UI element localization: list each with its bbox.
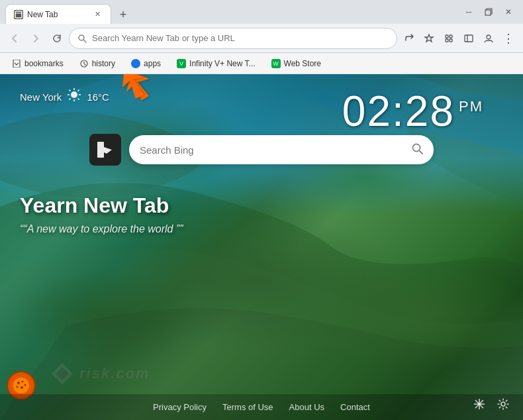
svg-line-22 xyxy=(78,99,79,100)
toolbar-icons: ⋮ xyxy=(400,29,518,48)
clock-ampm: PM xyxy=(459,98,483,115)
svg-line-27 xyxy=(419,150,422,154)
cookie-svg xyxy=(13,377,30,394)
footer: Privacy Policy Terms of Use About Us Con… xyxy=(0,394,523,420)
svg-rect-0 xyxy=(15,11,22,18)
svg-point-38 xyxy=(501,402,505,406)
bing-logo xyxy=(89,134,121,166)
bookmark-infinity[interactable]: V Infinity V+ New T... xyxy=(170,56,262,72)
bookmark-history-icon xyxy=(79,59,89,68)
svg-rect-7 xyxy=(450,35,452,38)
tab-new-tab[interactable]: New Tab ✕ xyxy=(5,4,111,24)
new-tab-button[interactable]: + xyxy=(114,5,132,24)
weather-temp: 16°C xyxy=(87,91,109,103)
main-content: New York 16°C 02:28PM xyxy=(0,74,523,420)
menu-icon[interactable]: ⋮ xyxy=(499,29,518,48)
reload-button[interactable] xyxy=(48,29,66,48)
profile-icon[interactable] xyxy=(479,29,498,48)
bookmark-webstore-icon: W xyxy=(271,59,281,68)
footer-icons xyxy=(470,395,512,413)
bookmark-apps-icon xyxy=(131,59,140,68)
close-button[interactable]: ✕ xyxy=(499,3,518,21)
svg-point-12 xyxy=(487,35,491,39)
weather-icon xyxy=(67,87,81,106)
svg-point-32 xyxy=(21,386,23,389)
risk-logo-icon xyxy=(50,362,74,386)
bookmark-history-label: history xyxy=(92,59,115,68)
clock-time: 02:28PM xyxy=(342,87,483,135)
window-controls: ─ ✕ xyxy=(459,3,518,21)
share-icon[interactable] xyxy=(400,29,418,48)
terms-of-use-link[interactable]: Terms of Use xyxy=(222,402,273,412)
address-bar[interactable] xyxy=(69,28,397,49)
weather-area: New York 16°C xyxy=(20,87,109,106)
toolbar: ⋮ xyxy=(0,24,523,53)
svg-point-28 xyxy=(13,378,29,394)
tagline-title: Yearn New Tab xyxy=(20,193,183,218)
sun-icon xyxy=(67,87,81,102)
tagline-area: Yearn New Tab A new way to explore the w… xyxy=(20,193,183,235)
sidebar-toggle-icon[interactable] xyxy=(459,29,478,48)
bookmarks-bar: bookmarks history apps V Infinity V+ New… xyxy=(0,53,523,74)
search-icon xyxy=(77,34,87,43)
svg-line-21 xyxy=(70,90,71,91)
minimize-button[interactable]: ─ xyxy=(459,3,478,21)
tab-close-btn[interactable]: ✕ xyxy=(92,9,103,20)
bookmark-star-icon[interactable] xyxy=(420,29,438,48)
settings-icon[interactable] xyxy=(494,395,512,413)
contact-link[interactable]: Contact xyxy=(340,402,370,412)
svg-rect-8 xyxy=(446,39,448,42)
extensions-icon[interactable] xyxy=(440,29,458,48)
svg-line-24 xyxy=(70,99,71,100)
bookmark-bookmarks-icon xyxy=(12,59,21,68)
svg-marker-5 xyxy=(425,34,433,42)
bookmark-bookmarks-label: bookmarks xyxy=(24,59,64,68)
snowflake-icon[interactable] xyxy=(470,395,489,413)
bookmark-apps-label: apps xyxy=(144,59,161,68)
svg-rect-2 xyxy=(485,10,491,15)
tagline-subtitle: A new way to explore the world xyxy=(20,223,183,235)
risk-watermark-area: risk.com xyxy=(50,362,150,386)
svg-rect-25 xyxy=(97,142,104,158)
tab-title: New Tab xyxy=(27,10,88,19)
search-area xyxy=(89,134,434,166)
weather-city: New York xyxy=(20,91,62,103)
bing-logo-icon xyxy=(96,140,115,159)
svg-rect-6 xyxy=(446,35,448,38)
forward-button[interactable] xyxy=(26,29,45,48)
tab-favicon xyxy=(14,10,23,19)
svg-line-23 xyxy=(78,90,79,91)
svg-line-4 xyxy=(83,40,86,42)
svg-rect-9 xyxy=(450,39,452,42)
bookmark-history[interactable]: history xyxy=(73,56,122,72)
title-bar: New Tab ✕ + ─ ✕ xyxy=(0,0,523,24)
svg-rect-13 xyxy=(13,60,20,68)
restore-button[interactable] xyxy=(479,3,498,21)
search-submit-icon[interactable] xyxy=(411,142,423,158)
privacy-policy-link[interactable]: Privacy Policy xyxy=(153,402,207,412)
bookmark-apps[interactable]: apps xyxy=(124,56,167,72)
bookmark-infinity-label: Infinity V+ New T... xyxy=(189,59,256,68)
svg-rect-10 xyxy=(465,35,473,42)
about-us-link[interactable]: About Us xyxy=(289,402,324,412)
search-input[interactable] xyxy=(140,144,406,156)
address-input[interactable] xyxy=(92,33,389,43)
bookmark-webstore[interactable]: W Web Store xyxy=(265,56,328,72)
risk-watermark-text: risk.com xyxy=(79,365,150,382)
clock-area: 02:28PM xyxy=(342,90,483,132)
search-box[interactable] xyxy=(129,135,434,164)
svg-point-30 xyxy=(22,381,24,383)
back-button[interactable] xyxy=(5,29,24,48)
svg-point-29 xyxy=(17,382,20,384)
svg-point-16 xyxy=(71,91,77,98)
tab-strip: New Tab ✕ + xyxy=(5,0,454,24)
bookmark-bookmarks[interactable]: bookmarks xyxy=(5,56,70,72)
bookmark-infinity-icon: V xyxy=(177,59,186,68)
bookmark-webstore-label: Web Store xyxy=(284,59,321,68)
